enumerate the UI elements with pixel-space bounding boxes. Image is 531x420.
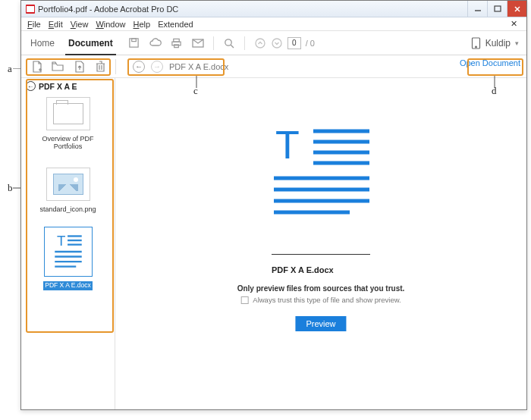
preview-pane: T PDF X A E.docx Only preview files from… (115, 78, 526, 409)
page-up-icon[interactable] (254, 37, 266, 49)
portfolio-tool-icons (21, 61, 106, 73)
svg-text:T: T (57, 233, 65, 249)
image-icon (53, 174, 83, 195)
title-bar: Portfolio4.pdf - Adobe Acrobat Pro DC (21, 1, 526, 17)
tab-document[interactable]: Document (67, 38, 115, 49)
sidebar-item-folder[interactable]: Overview of PDF Portfolios (26, 97, 110, 151)
page-total: / 0 (306, 39, 315, 48)
folder-open-icon[interactable] (52, 61, 64, 73)
svg-rect-4 (130, 39, 138, 47)
menu-view[interactable]: View (71, 20, 89, 29)
page-number-input[interactable]: 0 (287, 37, 301, 49)
save-icon[interactable] (128, 37, 140, 49)
extract-icon[interactable] (73, 61, 85, 73)
trust-checkbox-label: Always trust this type of file and show … (253, 296, 401, 304)
maximize-button[interactable] (487, 1, 507, 17)
close-button[interactable] (507, 1, 526, 17)
annotation-d: d (492, 85, 497, 97)
annotation-b: b (8, 182, 13, 194)
svg-rect-1 (495, 6, 501, 11)
user-name[interactable]: Kuldip (485, 38, 511, 49)
tab-home[interactable]: Home (29, 38, 56, 49)
print-icon[interactable] (171, 37, 183, 49)
cloud-icon[interactable] (149, 37, 162, 49)
sidebar-item-label: PDF X A E.docx (43, 281, 92, 290)
svg-line-11 (231, 45, 234, 48)
preview-button[interactable]: Preview (295, 316, 346, 331)
app-window: Portfolio4.pdf - Adobe Acrobat Pro DC Fi… (20, 0, 527, 410)
chevron-down-icon[interactable]: ▾ (515, 39, 519, 47)
trust-heading: Only preview files from sources that you… (237, 284, 405, 293)
sidebar-item-label: Overview of PDF Portfolios (34, 135, 102, 151)
folder-icon (53, 103, 83, 124)
breadcrumb-forward-icon: → (151, 61, 163, 73)
sidebar-item-image[interactable]: standard_icon.png (26, 168, 110, 213)
portfolio-sidebar: ← PDF X A E Overview of PDF Portfolios s… (21, 78, 115, 409)
sidebar-title: PDF X A E (39, 82, 77, 91)
word-doc-icon: T (48, 230, 89, 273)
mail-icon[interactable] (192, 37, 204, 49)
svg-rect-8 (174, 44, 179, 47)
svg-point-13 (272, 39, 281, 48)
add-file-icon[interactable] (30, 61, 42, 73)
sidebar-item-docx[interactable]: T PDF X A E.docx (26, 227, 110, 290)
svg-point-15 (475, 46, 476, 48)
breadcrumb: ← → PDF X A E.docx (133, 61, 228, 73)
word-doc-large-icon: T (269, 125, 372, 216)
svg-text:T: T (275, 125, 300, 167)
menu-file[interactable]: File (27, 20, 41, 29)
svg-rect-5 (132, 39, 137, 42)
svg-point-12 (256, 39, 265, 48)
annotation-c: c (193, 85, 198, 97)
app-icon (26, 5, 35, 14)
annotation-a: a (8, 63, 12, 75)
menu-bar: File Edit View Window Help Extended ✕ (21, 17, 526, 31)
close-panel-icon[interactable]: ✕ (507, 19, 520, 29)
secondary-toolbar: ← → PDF X A E.docx Open Document (21, 55, 526, 78)
page-down-icon[interactable] (271, 37, 283, 49)
tablet-icon[interactable] (471, 37, 481, 49)
breadcrumb-file: PDF X A E.docx (169, 62, 228, 71)
minimize-button[interactable] (467, 1, 487, 17)
menu-window[interactable]: Window (96, 20, 125, 29)
sidebar-item-label: standard_icon.png (34, 205, 102, 213)
svg-point-10 (225, 39, 231, 45)
trust-block: Only preview files from sources that you… (237, 284, 405, 304)
menu-extended[interactable]: Extended (158, 20, 193, 29)
search-icon[interactable] (223, 37, 235, 49)
menu-help[interactable]: Help (134, 20, 151, 29)
always-trust-checkbox[interactable] (240, 296, 248, 304)
sidebar-back-icon[interactable]: ← (26, 81, 36, 91)
preview-filename: PDF X A E.docx (272, 254, 370, 274)
menu-edit[interactable]: Edit (49, 20, 63, 29)
main-toolbar: Home Document 0 / 0 Kuldip ▾ (21, 31, 526, 55)
window-title: Portfolio4.pdf - Adobe Acrobat Pro DC (38, 5, 467, 14)
trash-icon[interactable] (94, 61, 106, 73)
window-controls (467, 1, 526, 17)
open-document-link[interactable]: Open Document (460, 58, 520, 67)
sidebar-header: ← PDF X A E (26, 81, 110, 91)
breadcrumb-back-icon[interactable]: ← (133, 61, 145, 73)
page-navigation: 0 / 0 (254, 37, 315, 49)
